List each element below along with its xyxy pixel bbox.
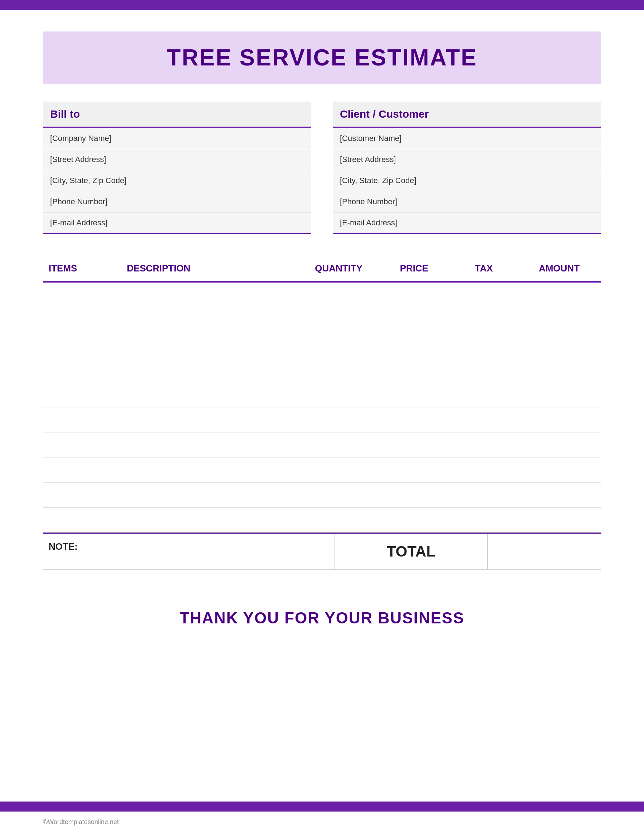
- table-cell-4-5: [517, 382, 601, 407]
- table-cell-3-0: [43, 357, 121, 382]
- table-cell-2-0: [43, 332, 121, 357]
- table-cell-5-4: [451, 407, 517, 432]
- table-cell-0-4: [451, 282, 517, 307]
- table-cell-1-0: [43, 307, 121, 332]
- table-cell-0-1: [121, 282, 299, 307]
- table-cell-7-5: [517, 457, 601, 482]
- table-cell-1-1: [121, 307, 299, 332]
- table-cell-0-2: [300, 282, 378, 307]
- table-cell-9-0: [43, 507, 121, 532]
- table-cell-2-4: [451, 332, 517, 357]
- client-phone: [Phone Number]: [333, 191, 601, 212]
- table-cell-7-4: [451, 457, 517, 482]
- table-cell-8-0: [43, 482, 121, 507]
- table-cell-3-3: [378, 357, 451, 382]
- table-cell-9-1: [121, 507, 299, 532]
- table-cell-0-0: [43, 282, 121, 307]
- table-cell-4-1: [121, 382, 299, 407]
- info-section: Bill to [Company Name] [Street Address] …: [43, 101, 601, 234]
- note-label: NOTE:: [49, 541, 77, 552]
- table-cell-9-4: [451, 507, 517, 532]
- table-cell-1-2: [300, 307, 378, 332]
- table-cell-5-5: [517, 407, 601, 432]
- top-bar: [0, 0, 644, 10]
- table-row: [43, 382, 601, 407]
- bill-to-street: [Street Address]: [43, 149, 311, 170]
- client-city: [City, State, Zip Code]: [333, 170, 601, 191]
- table-cell-4-3: [378, 382, 451, 407]
- items-table: ITEMS DESCRIPTION QUANTITY PRICE TAX AMO…: [43, 256, 601, 532]
- bill-to-heading: Bill to: [50, 108, 80, 120]
- table-cell-8-5: [517, 482, 601, 507]
- table-cell-1-3: [378, 307, 451, 332]
- table-cell-7-1: [121, 457, 299, 482]
- note-total-row: NOTE: TOTAL: [43, 532, 601, 570]
- client-email: [E-mail Address]: [333, 212, 601, 234]
- total-label: TOTAL: [387, 543, 435, 560]
- table-cell-5-1: [121, 407, 299, 432]
- table-cell-4-4: [451, 382, 517, 407]
- table-row: [43, 357, 601, 382]
- table-row: [43, 432, 601, 457]
- bill-to-city: [City, State, Zip Code]: [43, 170, 311, 191]
- table-cell-8-3: [378, 482, 451, 507]
- col-header-items: ITEMS: [43, 256, 121, 282]
- total-value-cell: [488, 534, 601, 570]
- table-cell-9-5: [517, 507, 601, 532]
- thank-you-text: THANK YOU FOR YOUR BUSINESS: [180, 609, 464, 627]
- table-cell-9-2: [300, 507, 378, 532]
- table-cell-6-2: [300, 432, 378, 457]
- table-cell-7-2: [300, 457, 378, 482]
- table-row: [43, 332, 601, 357]
- table-row: [43, 407, 601, 432]
- table-cell-6-5: [517, 432, 601, 457]
- table-cell-5-3: [378, 407, 451, 432]
- table-cell-6-0: [43, 432, 121, 457]
- table-row: [43, 457, 601, 482]
- items-table-wrapper: ITEMS DESCRIPTION QUANTITY PRICE TAX AMO…: [43, 256, 601, 570]
- table-row: [43, 507, 601, 532]
- table-cell-6-1: [121, 432, 299, 457]
- table-cell-8-2: [300, 482, 378, 507]
- note-cell: NOTE:: [43, 534, 335, 570]
- bill-to-company: [Company Name]: [43, 128, 311, 149]
- table-cell-8-1: [121, 482, 299, 507]
- table-cell-5-2: [300, 407, 378, 432]
- total-cell: TOTAL: [335, 534, 488, 570]
- table-cell-0-3: [378, 282, 451, 307]
- table-cell-6-4: [451, 432, 517, 457]
- table-cell-2-1: [121, 332, 299, 357]
- table-cell-2-2: [300, 332, 378, 357]
- table-cell-3-4: [451, 357, 517, 382]
- table-cell-8-4: [451, 482, 517, 507]
- table-cell-2-3: [378, 332, 451, 357]
- header-box: TREE SERVICE ESTIMATE: [43, 32, 601, 84]
- col-header-price: PRICE: [378, 256, 451, 282]
- bottom-bar: [0, 801, 644, 812]
- table-cell-5-0: [43, 407, 121, 432]
- table-cell-4-2: [300, 382, 378, 407]
- client-name: [Customer Name]: [333, 128, 601, 149]
- col-header-description: DESCRIPTION: [121, 256, 299, 282]
- bill-to-block: Bill to [Company Name] [Street Address] …: [43, 101, 311, 234]
- client-block: Client / Customer [Customer Name] [Stree…: [333, 101, 601, 234]
- table-cell-1-5: [517, 307, 601, 332]
- thank-you-section: THANK YOU FOR YOUR BUSINESS: [0, 595, 644, 634]
- bill-to-header: Bill to: [43, 101, 311, 128]
- table-cell-0-5: [517, 282, 601, 307]
- table-row: [43, 307, 601, 332]
- table-row: [43, 482, 601, 507]
- footer-note: ©Wordtemplatesonline.net: [43, 819, 119, 826]
- client-header: Client / Customer: [333, 101, 601, 128]
- table-cell-1-4: [451, 307, 517, 332]
- bill-to-phone: [Phone Number]: [43, 191, 311, 212]
- table-cell-6-3: [378, 432, 451, 457]
- client-heading: Client / Customer: [340, 108, 428, 120]
- col-header-amount: AMOUNT: [517, 256, 601, 282]
- client-street: [Street Address]: [333, 149, 601, 170]
- col-header-quantity: QUANTITY: [300, 256, 378, 282]
- table-cell-9-3: [378, 507, 451, 532]
- bill-to-email: [E-mail Address]: [43, 212, 311, 234]
- table-row: [43, 282, 601, 307]
- col-header-tax: TAX: [451, 256, 517, 282]
